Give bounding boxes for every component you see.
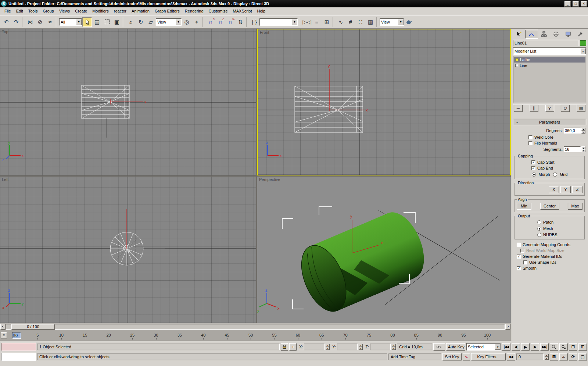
- maximize-button[interactable]: □: [573, 1, 579, 7]
- menu-item-help[interactable]: Help: [255, 8, 268, 14]
- weld-core-checkbox[interactable]: [528, 135, 533, 139]
- menu-item-graph-editors[interactable]: Graph Editors: [152, 8, 182, 14]
- viewport-left[interactable]: z y x Left: [0, 177, 256, 323]
- close-button[interactable]: ✕: [581, 1, 587, 7]
- base-object-icon[interactable]: [515, 64, 518, 67]
- y-coordinate-spinner[interactable]: ▴▾: [359, 344, 363, 350]
- chevron-down-icon[interactable]: ▼: [176, 19, 181, 25]
- chevron-down-icon[interactable]: ▼: [495, 344, 501, 350]
- set-keys-icon[interactable]: [433, 343, 445, 351]
- schematic-view-icon[interactable]: #: [346, 17, 355, 27]
- menu-item-maxscript[interactable]: MAXScript: [230, 8, 255, 14]
- undo-icon[interactable]: ↶: [1, 17, 11, 27]
- x-coordinate-spinner[interactable]: ▴▾: [326, 344, 330, 350]
- zoom-extents-icon[interactable]: ⊡: [569, 343, 577, 351]
- object-color-swatch[interactable]: [580, 40, 586, 46]
- select-and-scale-icon[interactable]: ▱: [146, 17, 155, 27]
- select-and-manipulate-icon[interactable]: ⌖: [192, 17, 201, 27]
- unlink-selection-icon[interactable]: ⊘: [35, 17, 45, 27]
- select-by-name-icon[interactable]: ▤: [92, 17, 102, 27]
- output-patch-radio[interactable]: [537, 220, 541, 224]
- tab-modify[interactable]: [525, 30, 538, 39]
- quick-render-icon[interactable]: [404, 17, 414, 27]
- redo-icon[interactable]: ↷: [11, 17, 21, 27]
- select-object-icon[interactable]: [82, 17, 92, 27]
- material-editor-icon[interactable]: ∷: [356, 17, 365, 27]
- object-axis-gizmo[interactable]: y x: [328, 64, 368, 112]
- track-bar[interactable]: ≡ 0 051015202530354045505560657075808590…: [0, 330, 511, 341]
- direction-x-button[interactable]: X: [549, 186, 559, 193]
- modifier-stack-item-lathe[interactable]: Lathe: [514, 57, 585, 63]
- next-frame-icon[interactable]: |▶: [531, 343, 539, 351]
- modifier-stack-item-line[interactable]: Line: [514, 63, 585, 68]
- tab-display[interactable]: [562, 30, 574, 39]
- key-mode-toggle-icon[interactable]: ▮◀: [507, 353, 515, 360]
- use-shape-ids-checkbox[interactable]: [523, 260, 527, 264]
- menu-item-modifiers[interactable]: Modifiers: [90, 8, 111, 14]
- key-filter-selection-dropdown[interactable]: Selected ▼: [466, 343, 501, 351]
- viewport-perspective[interactable]: y x z x y Perspective: [257, 177, 511, 323]
- z-coordinate-spinner[interactable]: ▴▾: [392, 344, 396, 350]
- selection-lock-toggle-icon[interactable]: [281, 343, 288, 351]
- viewport-front[interactable]: y x z x Front: [257, 29, 511, 175]
- menu-item-views[interactable]: Views: [57, 8, 72, 14]
- angle-snap-toggle-icon[interactable]: ∩∠: [216, 17, 225, 27]
- minimize-button[interactable]: _: [564, 1, 571, 7]
- menu-item-rendering[interactable]: Rendering: [182, 8, 206, 14]
- pan-icon[interactable]: ↔↕: [559, 353, 568, 360]
- menu-item-tools[interactable]: Tools: [26, 8, 40, 14]
- chevron-down-icon[interactable]: ▼: [76, 19, 82, 25]
- play-animation-icon[interactable]: ▶: [521, 343, 530, 351]
- show-end-result-icon[interactable]: ∥: [530, 105, 538, 112]
- chevron-down-icon[interactable]: ▼: [580, 48, 586, 54]
- output-mesh-radio[interactable]: [537, 227, 541, 231]
- select-and-move-icon[interactable]: ↔↕: [126, 17, 136, 27]
- degrees-input[interactable]: 360,0: [564, 128, 581, 134]
- align-min-button[interactable]: Min: [517, 203, 531, 210]
- rectangular-selection-region-icon[interactable]: [102, 17, 112, 27]
- render-scene-dialog-icon[interactable]: ▦: [366, 17, 375, 27]
- selection-filter-dropdown[interactable]: All ▼: [59, 18, 82, 26]
- auto-key-button[interactable]: Auto Key: [446, 343, 465, 351]
- key-filters-button[interactable]: Key Filters...: [471, 353, 506, 360]
- time-slider-next-icon[interactable]: >: [505, 324, 510, 330]
- parameters-rollout-header[interactable]: - Parameters: [513, 119, 586, 125]
- chevron-down-icon[interactable]: ▼: [292, 19, 297, 25]
- go-to-end-icon[interactable]: ▶▶|: [540, 343, 549, 351]
- select-and-rotate-icon[interactable]: ↻: [136, 17, 146, 27]
- set-key-button[interactable]: Set Key: [442, 353, 462, 360]
- time-slider-handle[interactable]: 0 / 100: [11, 324, 55, 330]
- align-max-button[interactable]: Max: [568, 203, 582, 210]
- smooth-checkbox[interactable]: [517, 266, 521, 270]
- menu-item-edit[interactable]: Edit: [14, 8, 26, 14]
- open-mini-curve-editor-icon[interactable]: ≡: [1, 332, 7, 338]
- select-and-link-icon[interactable]: ⋈: [25, 17, 35, 27]
- arc-rotate-icon[interactable]: ⟳: [569, 353, 577, 360]
- segments-input[interactable]: 16: [564, 146, 581, 152]
- current-frame-spinner[interactable]: ▴▾: [545, 354, 549, 360]
- bind-to-space-warp-icon[interactable]: ≈: [45, 17, 55, 27]
- use-pivot-point-center-icon[interactable]: ◎: [182, 17, 191, 27]
- time-slider-previous-icon[interactable]: <: [0, 324, 6, 330]
- named-selection-sets-dropdown[interactable]: ▼: [259, 18, 298, 26]
- spinner-snap-toggle-icon[interactable]: ⇅: [236, 17, 245, 27]
- object-name-field[interactable]: Line01: [513, 40, 578, 46]
- reference-coordinate-system-dropdown[interactable]: View ▼: [156, 18, 182, 26]
- menu-item-file[interactable]: File: [2, 8, 14, 14]
- maxscript-mini-recorder[interactable]: [1, 343, 36, 351]
- align-icon[interactable]: ≡: [312, 17, 322, 27]
- x-coordinate-field[interactable]: [304, 344, 325, 350]
- zoom-icon[interactable]: [550, 343, 558, 351]
- snap-toggle-3d-icon[interactable]: ∩3: [206, 17, 215, 27]
- object-axis-gizmo[interactable]: x: [110, 99, 147, 104]
- grid-radio[interactable]: [553, 173, 557, 177]
- generate-material-ids-checkbox[interactable]: [517, 255, 521, 259]
- tab-motion[interactable]: [550, 30, 562, 39]
- curve-editor-icon[interactable]: ∿: [336, 17, 345, 27]
- new-key-tangent-icon[interactable]: ∿: [463, 353, 470, 360]
- menu-item-group[interactable]: Group: [40, 8, 57, 14]
- morph-radio[interactable]: [532, 173, 536, 177]
- zoom-extents-all-icon[interactable]: ⊞: [578, 343, 587, 351]
- viewport-front-label[interactable]: Front: [260, 30, 269, 35]
- mirror-icon[interactable]: ▷◁: [302, 17, 312, 27]
